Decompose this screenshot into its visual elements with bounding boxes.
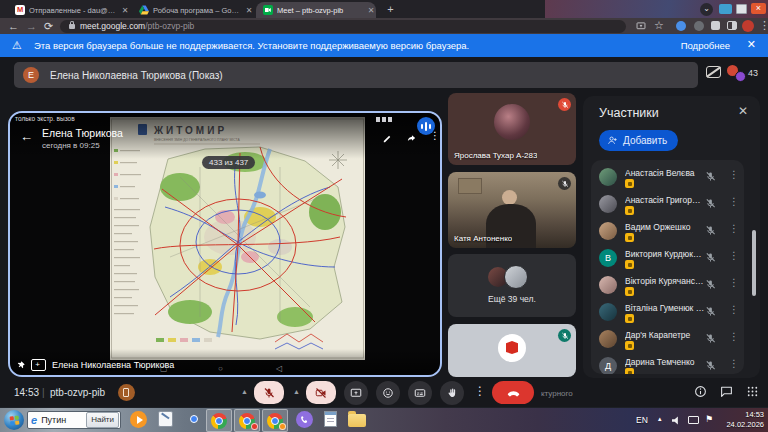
mic-muted-icon[interactable] <box>705 333 716 344</box>
avatar: Д <box>599 357 617 374</box>
presentation-tile[interactable]: ЖИТОМИР ВНЕСЕННЯ ЗМІН ДО ГЕНЕРАЛЬНОГО ПЛ… <box>8 111 442 377</box>
snipping-tool-icon[interactable] <box>158 411 173 427</box>
share-page-icon[interactable] <box>636 21 646 31</box>
video-tile-bottom[interactable] <box>448 324 576 377</box>
captions-button[interactable] <box>408 381 432 405</box>
participant-menu-icon[interactable]: ⋮ <box>729 196 739 207</box>
window-minimize-button[interactable] <box>719 4 732 14</box>
pin-extension-icon[interactable] <box>676 21 686 31</box>
browser-menu-icon[interactable]: ⋮ <box>759 18 768 32</box>
participant-menu-icon[interactable]: ⋮ <box>729 169 739 180</box>
photo-back-icon[interactable]: ← <box>20 129 33 144</box>
tab-close-icon[interactable]: ✕ <box>120 6 130 15</box>
tab-close-icon[interactable]: ✕ <box>244 6 254 15</box>
viber-icon[interactable] <box>296 411 313 428</box>
file-explorer-icon[interactable] <box>348 414 366 427</box>
android-back-icon: ◁ <box>276 364 282 373</box>
mic-muted-icon[interactable] <box>705 171 716 182</box>
chrome-window-active[interactable] <box>206 409 232 432</box>
tab-meet[interactable]: Meet – ptb-ozvp-pib ✕ <box>256 2 376 18</box>
screen: M Отправленные - dau@odaba.e ✕ Робоча пр… <box>0 0 768 432</box>
add-people-button[interactable]: Добавить <box>599 130 678 151</box>
participant-name: Віталіна Гуменюк (А-2... <box>625 303 705 313</box>
participant-menu-icon[interactable]: ⋮ <box>729 304 739 315</box>
address-bar[interactable]: meet.google.com/ptb-ozvp-pib <box>60 20 626 33</box>
panel-close-icon[interactable]: ✕ <box>738 104 748 118</box>
network-icon[interactable] <box>688 416 699 424</box>
avatar <box>599 168 617 186</box>
emoji-badge-icon <box>625 314 634 323</box>
find-button[interactable]: Найти <box>86 412 119 428</box>
video-tile-katya[interactable]: Катя Антоненко <box>448 172 576 248</box>
window-close-button[interactable]: × <box>751 3 766 14</box>
leave-call-button[interactable] <box>492 381 534 404</box>
mic-toggle-button[interactable] <box>254 381 284 404</box>
tab-title: Meet – ptb-ozvp-pib <box>277 6 362 15</box>
participant-menu-icon[interactable]: ⋮ <box>729 358 739 369</box>
banner-details-link[interactable]: Подробнее <box>681 40 730 51</box>
participant-menu-icon[interactable]: ⋮ <box>729 331 739 342</box>
present-screen-button[interactable] <box>344 381 368 405</box>
bookmark-star-icon[interactable]: ☆ <box>654 18 664 32</box>
avatar: В <box>599 249 617 267</box>
reactions-button[interactable] <box>376 381 400 405</box>
mic-muted-icon[interactable] <box>705 225 716 236</box>
forward-icon[interactable]: → <box>26 19 37 33</box>
side-panel-icon[interactable] <box>727 21 737 30</box>
raise-hand-button[interactable] <box>440 381 464 405</box>
camera-options-chevron[interactable]: ▲ <box>293 388 300 395</box>
android-home-icon: ○ <box>218 364 223 373</box>
camera-toggle-button[interactable] <box>306 381 336 404</box>
back-icon[interactable]: ← <box>8 19 19 33</box>
meeting-details-icon[interactable] <box>694 385 707 398</box>
chrome-window-alert[interactable] <box>262 409 288 432</box>
mic-muted-icon[interactable] <box>705 360 716 371</box>
new-tab-button[interactable]: + <box>384 3 397 16</box>
banner-close-icon[interactable]: ✕ <box>747 38 756 51</box>
profile-avatar[interactable] <box>742 20 754 32</box>
action-center-flag-icon[interactable]: ⚑ <box>705 414 713 432</box>
mic-muted-icon[interactable] <box>705 306 716 317</box>
taskbar-clock[interactable]: 14:53 24.02.2026 <box>726 410 764 430</box>
taskbar-search-box[interactable]: e Путин Найти <box>27 411 121 429</box>
notepad-icon[interactable] <box>324 411 337 427</box>
tab-close-icon[interactable]: ✕ <box>366 6 376 15</box>
edit-pencil-icon[interactable] <box>382 133 393 144</box>
presenting-banner-text: Елена Николаевна Тюрикова (Показ) <box>50 70 223 81</box>
start-button[interactable] <box>4 410 24 430</box>
volume-icon[interactable] <box>672 416 681 425</box>
meeting-room-icon[interactable] <box>118 384 135 401</box>
photo-share-icon[interactable] <box>406 133 417 144</box>
mic-muted-icon[interactable] <box>705 198 716 209</box>
more-options-button[interactable]: ⋮ <box>474 384 486 398</box>
desktop-wallpaper-blur <box>545 0 768 19</box>
extension-icon[interactable] <box>694 21 704 31</box>
mic-muted-icon[interactable] <box>705 252 716 263</box>
reload-icon[interactable]: ⟳ <box>44 19 53 33</box>
tab-gmail[interactable]: M Отправленные - dau@odaba.e ✕ <box>8 2 130 18</box>
mic-muted-icon[interactable] <box>705 279 716 290</box>
show-hidden-icons-chevron[interactable]: ▴ <box>658 415 662 432</box>
language-indicator[interactable]: EN <box>636 415 648 432</box>
window-chevron-icon[interactable]: ⌄ <box>700 3 713 16</box>
participant-menu-icon[interactable]: ⋮ <box>729 277 739 288</box>
presentation-off-icon[interactable] <box>706 66 721 78</box>
activities-grid-icon[interactable] <box>746 385 759 398</box>
chat-icon[interactable] <box>720 385 733 398</box>
video-tile-yaroslava[interactable]: Ярослава Тухар А-283 <box>448 93 576 165</box>
participant-menu-icon[interactable]: ⋮ <box>729 223 739 234</box>
avatar-glyph <box>506 341 518 354</box>
meet-favicon <box>263 5 273 15</box>
chrome-window-notification[interactable] <box>234 409 260 432</box>
tab-drive[interactable]: Робоча програма – Google Ди ✕ <box>132 2 254 18</box>
participant-menu-icon[interactable]: ⋮ <box>729 250 739 261</box>
media-player-icon[interactable] <box>130 411 147 428</box>
screen-share-icon <box>31 359 46 371</box>
url-host: meet.google.com <box>80 21 145 31</box>
mic-options-chevron[interactable]: ▲ <box>241 388 248 395</box>
window-maximize-button[interactable] <box>736 4 747 14</box>
overflow-tile-more-people[interactable]: Ещё 39 чел. <box>448 254 576 317</box>
panel-scrollbar[interactable] <box>752 230 756 296</box>
wall-picture <box>458 178 482 194</box>
extensions-puzzle-icon[interactable] <box>711 21 720 30</box>
